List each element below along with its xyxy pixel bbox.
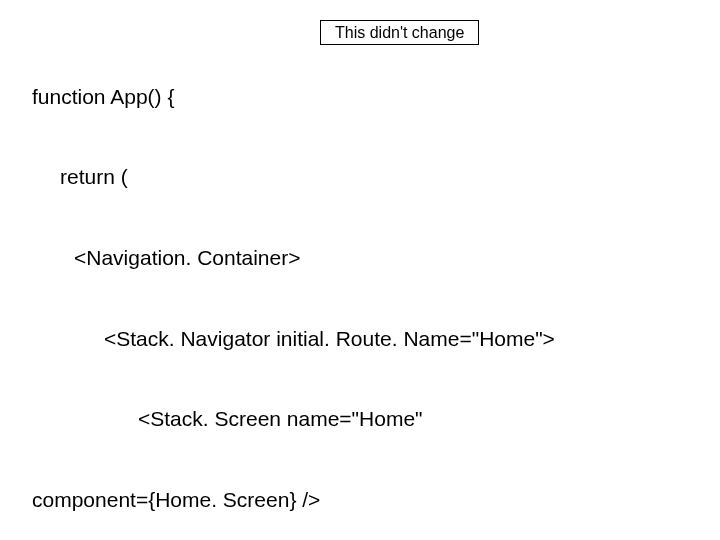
code-line: <Navigation. Container> <box>32 245 700 272</box>
code-block: function App() { return ( <Navigation. C… <box>32 30 700 540</box>
code-line: return ( <box>32 164 700 191</box>
code-line: function App() { <box>32 84 700 111</box>
code-line: component={Home. Screen} /> <box>32 487 700 514</box>
code-line: <Stack. Screen name="Home" <box>32 406 700 433</box>
code-line: <Stack. Navigator initial. Route. Name="… <box>32 326 700 353</box>
